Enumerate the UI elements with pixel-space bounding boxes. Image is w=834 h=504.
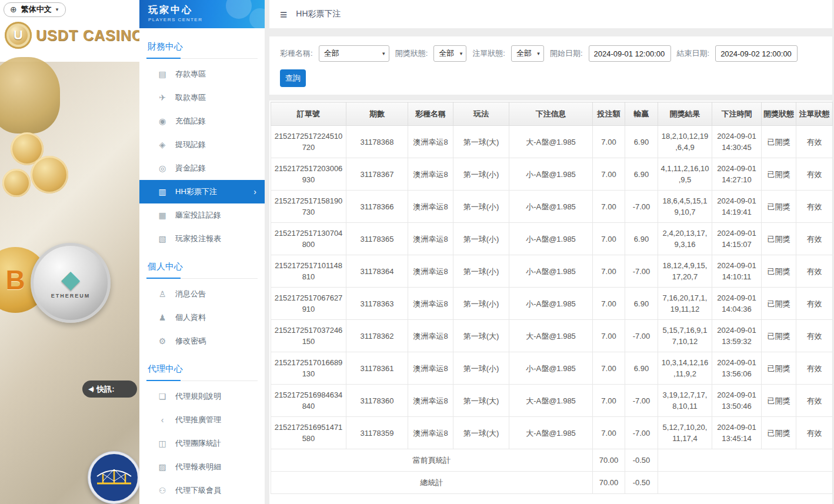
- brand-logo[interactable]: U USDT CASINO: [0, 17, 139, 49]
- sidebar-item-label: 玩家投注報表: [175, 233, 221, 244]
- sidebar-item-label: 代理報表明細: [175, 462, 221, 472]
- bet-amount-cell: 7.00: [593, 255, 625, 288]
- bet-amount-cell: 7.00: [593, 417, 625, 449]
- draw-result-cell: 3,19,12,7,17,8,10,11: [658, 385, 712, 417]
- query-button[interactable]: 查詢: [280, 69, 306, 87]
- ethereum-icon: ◆: [61, 267, 80, 292]
- order-status-cell: 有效: [796, 352, 833, 385]
- bet-time-cell: 2024-09-01 13:59:32: [712, 320, 762, 352]
- sidebar-item-player-report[interactable]: ▧玩家投注報表: [139, 227, 265, 251]
- order-status-cell: 有效: [796, 223, 833, 255]
- sidebar-item-label: HH彩票下注: [175, 186, 217, 197]
- sidebar-item-deposit[interactable]: ▤存款專區: [139, 62, 265, 86]
- sidebar-item-withdrawal-record[interactable]: ◈提現記錄: [139, 133, 265, 156]
- order-status-label: 注單狀態:: [472, 48, 505, 59]
- draw-result-cell: 18,2,10,12,19,6,4,9: [658, 126, 712, 158]
- lottery-select[interactable]: 全部 ▾: [319, 45, 389, 62]
- bitcoin-icon: B: [5, 264, 25, 296]
- deposit-icon: ▤: [158, 69, 167, 79]
- start-date-input[interactable]: [589, 45, 671, 62]
- sidebar-item-agent-report-detail[interactable]: ▨代理報表明細: [139, 455, 265, 479]
- ethereum-coin-graphic: ◆ ETHEREUM: [31, 243, 111, 323]
- sidebar-item-label: 代理推廣管理: [175, 415, 221, 425]
- language-label: 繁体中文: [21, 4, 52, 15]
- play-type-cell: 第一球(大): [453, 320, 509, 352]
- draw-status-cell: 已開獎: [762, 126, 796, 158]
- globe-icon: ⊕: [10, 5, 17, 14]
- summary-empty: [658, 472, 833, 494]
- player-report-icon: ▧: [158, 234, 167, 243]
- win-loss-cell: -7.00: [625, 320, 658, 352]
- sidebar-item-change-password[interactable]: ⚙修改密碼: [139, 329, 265, 353]
- bet-amount-cell: 7.00: [593, 158, 625, 191]
- lottery-name-cell: 澳洲幸运8: [408, 223, 453, 255]
- table-row: 215217251695147158031178359澳洲幸运8第一球(大)大-…: [271, 417, 833, 449]
- table-header-row: 訂單號期數彩種名稱玩法下注信息投注額輸贏開獎結果下注時間開獎狀態注單狀態: [271, 102, 833, 126]
- bet-info-cell: 小-A盤@1.985: [509, 223, 593, 255]
- period-cell: 31178366: [346, 191, 408, 223]
- draw-status-select-value: 全部: [439, 48, 454, 59]
- order-status-cell: 有效: [796, 191, 833, 223]
- bet-info-cell: 大-A盤@1.985: [509, 417, 593, 449]
- summary-win-loss: -0.50: [625, 472, 658, 494]
- table-row: 215217251715819073031178366澳洲幸运8第一球(小)小-…: [271, 191, 833, 223]
- play-type-cell: 第一球(小): [453, 158, 509, 191]
- period-cell: 31178365: [346, 223, 408, 255]
- bet-time-cell: 2024-09-01 14:10:11: [712, 255, 762, 288]
- win-loss-cell: 6.90: [625, 288, 658, 320]
- win-loss-cell: 6.90: [625, 126, 658, 158]
- order-status-cell: 有效: [796, 417, 833, 449]
- bet-time-cell: 2024-09-01 14:04:36: [712, 288, 762, 320]
- play-type-cell: 第一球(小): [453, 191, 509, 223]
- order-status-cell: 有效: [796, 158, 833, 191]
- sidebar-item-fund-record[interactable]: ◎資金記錄: [139, 156, 265, 180]
- lottery-name-cell: 澳洲幸运8: [408, 320, 453, 352]
- table-row: 215217251698463484031178360澳洲幸运8第一球(大)大-…: [271, 385, 833, 417]
- sidebar-item-lottery-bet[interactable]: ▥HH彩票下注›: [139, 180, 265, 203]
- draw-status-cell: 已開獎: [762, 385, 796, 417]
- bet-info-cell: 小-A盤@1.985: [509, 191, 593, 223]
- draw-status-cell: 已開獎: [762, 352, 796, 385]
- bet-info-cell: 大-A盤@1.985: [509, 385, 593, 417]
- speaker-icon: ◀): [88, 385, 93, 393]
- sidebar-item-announcement[interactable]: ♙消息公告: [139, 282, 265, 306]
- sidebar-item-label: 代理團隊統計: [175, 438, 221, 449]
- sidebar-item-label: 修改密碼: [175, 336, 206, 346]
- language-selector[interactable]: ⊕ 繁体中文 ▾: [4, 2, 66, 17]
- col-header-bet-amount: 投注額: [593, 102, 625, 126]
- col-header-draw-status: 開獎狀態: [762, 102, 796, 126]
- order-no-cell: 2152172517158190730: [271, 191, 346, 223]
- draw-status-select[interactable]: 全部 ▾: [433, 45, 466, 62]
- sidebar-item-agent-promotion[interactable]: ‹代理推廣管理: [139, 408, 265, 432]
- fund-record-icon: ◎: [158, 163, 167, 173]
- order-status-select[interactable]: 全部 ▾: [511, 45, 544, 62]
- win-loss-cell: 6.90: [625, 158, 658, 191]
- news-ticker[interactable]: ◀) 快訊:: [82, 380, 137, 398]
- col-header-play-type: 玩法: [453, 102, 509, 126]
- order-status-cell: 有效: [796, 320, 833, 352]
- sidebar-subtitle: PLAYERS CENTER: [148, 17, 265, 22]
- end-date-input[interactable]: [715, 45, 798, 62]
- gold-coin-graphic: [31, 156, 68, 193]
- lottery-name-cell: 澳洲幸运8: [408, 417, 453, 449]
- win-loss-cell: -7.00: [625, 191, 658, 223]
- sidebar-item-agent-members[interactable]: ⚇代理下級會員: [139, 479, 265, 502]
- period-cell: 31178359: [346, 417, 408, 449]
- table-row: 215217251713070480031178365澳洲幸运8第一球(小)小-…: [271, 223, 833, 255]
- win-loss-cell: -7.00: [625, 417, 658, 449]
- draw-status-cell: 已開獎: [762, 158, 796, 191]
- sidebar-item-agent-rules[interactable]: ❏代理規則說明: [139, 385, 265, 408]
- sidebar-item-label: 資金記錄: [175, 163, 206, 173]
- sidebar-item-agent-team-stats[interactable]: ◫代理團隊統計: [139, 432, 265, 455]
- sidebar-item-withdraw[interactable]: ✈取款專區: [139, 86, 265, 109]
- summary-bet-total: 70.00: [593, 449, 625, 472]
- sidebar-item-profile[interactable]: ♟個人資料: [139, 306, 265, 329]
- page-title: HH彩票下注: [296, 9, 341, 19]
- agent-promotion-icon: ‹: [158, 415, 167, 425]
- menu-toggle-icon[interactable]: ≡: [280, 8, 287, 21]
- bet-amount-cell: 7.00: [593, 126, 625, 158]
- sidebar-item-hall-bet-record[interactable]: ▦廳室投註記錄: [139, 203, 265, 227]
- period-cell: 31178363: [346, 288, 408, 320]
- draw-result-cell: 10,3,14,12,16,11,9,2: [658, 352, 712, 385]
- sidebar-item-recharge-record[interactable]: ◉充值記錄: [139, 109, 265, 133]
